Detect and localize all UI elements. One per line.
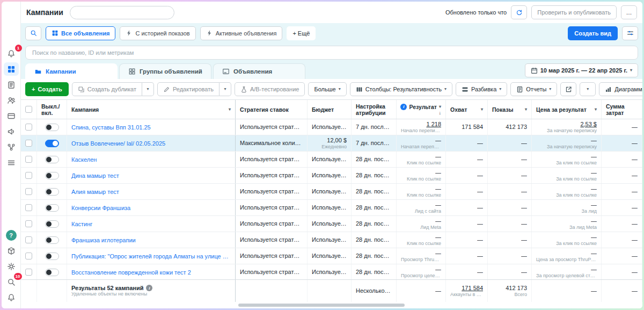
campaign-link[interactable]: Публикация: "Опрос жителей города Алматы… (71, 253, 231, 259)
date-range-picker[interactable]: 10 мар 2025 г. — 22 апр 2025 г. ▾ (525, 63, 638, 77)
row-checkbox[interactable] (25, 156, 32, 163)
campaign-name-cell: Публикация: "Опрос жителей города Алматы… (67, 248, 236, 264)
row-checkbox[interactable] (25, 172, 32, 179)
row-checkbox[interactable] (25, 236, 32, 243)
edit-dropdown-button[interactable]: ▾ (219, 82, 231, 96)
horizontal-scrollbar[interactable] (21, 302, 642, 308)
campaign-toggle[interactable] (45, 188, 59, 196)
breakdown-button[interactable]: Разбивка ▾ (456, 82, 507, 96)
campaign-toggle[interactable] (45, 124, 59, 131)
budget-cell: Используется ... (308, 248, 352, 264)
campaign-link[interactable]: Спина, суставы Впп 31.01.25 (71, 124, 231, 131)
tab-ads[interactable]: Объявления (213, 63, 305, 79)
more-views-button[interactable]: + Ещё (287, 26, 316, 40)
campaign-link[interactable]: Дина мамыр тест (71, 172, 231, 179)
row-checkbox-cell (21, 168, 37, 183)
view-tab-all-ads[interactable]: Все объявления (46, 26, 115, 40)
row-checkbox[interactable] (25, 220, 32, 227)
export-button[interactable] (560, 82, 576, 96)
footer-result: — (397, 280, 446, 302)
box-icon[interactable] (4, 244, 19, 257)
campaign-link[interactable]: Отзыв Вовлечение/ lal/ 02.05.2025 (71, 140, 231, 147)
create-view-button[interactable]: Создать вид (568, 26, 618, 40)
row-toggle-cell (37, 216, 67, 232)
header-campaign[interactable]: Кампания ▾ (67, 100, 236, 119)
export-dropdown-button[interactable]: ▾ (580, 82, 596, 96)
create-button[interactable]: + Создать (25, 82, 69, 96)
search-row (21, 43, 642, 63)
connections-icon[interactable] (4, 140, 19, 154)
campaign-toggle[interactable] (45, 253, 59, 260)
campaign-toggle[interactable] (45, 236, 59, 244)
campaign-link[interactable]: Восстановление поврежденной кожи тест 2 (71, 269, 231, 276)
campaign-link[interactable]: Франшиза иглотерапии (71, 237, 231, 243)
header-result[interactable]: i Результат ▾ ↓ (397, 100, 446, 119)
all-tools-icon[interactable] (4, 156, 19, 169)
campaigns-nav-icon[interactable] (4, 62, 19, 76)
views-search-button[interactable] (25, 26, 41, 40)
edit-button[interactable]: Редактировать (157, 82, 219, 96)
bell-icon[interactable] (4, 291, 19, 304)
charts-button[interactable]: Диаграммы (599, 82, 642, 96)
reporting-icon[interactable] (4, 78, 19, 91)
duplicate-dropdown-button[interactable]: ▾ (142, 82, 154, 96)
select-all-checkbox[interactable] (25, 106, 32, 113)
more-actions-button[interactable]: Больше ▾ (308, 82, 346, 96)
header-cost[interactable]: Цена за результат ▾ (532, 100, 602, 119)
duplicate-button[interactable]: Создать дубликат (72, 82, 142, 96)
reach-cell: — (446, 200, 488, 215)
row-checkbox[interactable] (25, 253, 32, 259)
impressions-cell: — (488, 200, 532, 215)
budget-cell: Используется ... (308, 152, 352, 167)
impressions-cell: — (488, 168, 532, 183)
campaign-link[interactable]: Конверсии Франшиза (71, 205, 231, 211)
search-input[interactable] (25, 46, 638, 60)
view-tab-active[interactable]: Активные объявления (200, 26, 283, 40)
scrollbar-thumb[interactable] (238, 304, 405, 307)
campaign-link[interactable]: Кастинг (71, 221, 231, 227)
reports-button[interactable]: Отчеты ▾ (510, 82, 557, 96)
duplicate-icon (78, 86, 85, 93)
header-reach[interactable]: Охват ▾ (446, 100, 488, 119)
billing-icon[interactable] (4, 109, 19, 122)
refresh-button[interactable] (511, 5, 527, 19)
campaign-toggle[interactable] (45, 220, 59, 228)
help-icon[interactable]: ? (4, 228, 19, 242)
view-settings-button[interactable] (622, 26, 638, 40)
tab-ad-sets[interactable]: Группы объявлений (119, 63, 211, 79)
audiences-icon[interactable] (4, 93, 19, 107)
budget-cell: Используется ... (308, 119, 352, 135)
view-tab-history[interactable]: С историей показов (120, 26, 195, 40)
campaign-toggle[interactable] (45, 204, 59, 212)
impressions-cell: — (488, 216, 532, 232)
row-checkbox[interactable] (25, 140, 32, 147)
ab-test-button[interactable]: A/B-тестирование (235, 82, 305, 96)
notifications-badge: 1 (15, 45, 22, 52)
columns-button[interactable]: Столбцы: Результативность ▾ (350, 82, 452, 96)
topbar-search-input[interactable] (70, 6, 174, 19)
row-checkbox[interactable] (25, 204, 32, 211)
header-impressions[interactable]: Показы ▾ (488, 100, 532, 119)
columns-icon (356, 86, 363, 93)
attribution-cell: 28 дн. после ... (352, 200, 397, 215)
campaign-toggle[interactable] (45, 269, 59, 276)
impressions-cell: — (488, 264, 532, 279)
row-checkbox[interactable] (25, 188, 32, 195)
review-publish-button[interactable]: Проверить и опубликовать (531, 5, 617, 19)
row-toggle-cell (37, 152, 67, 167)
campaign-toggle[interactable] (45, 172, 59, 179)
more-options-button[interactable]: … (621, 5, 637, 19)
row-checkbox[interactable] (25, 269, 32, 276)
row-checkbox[interactable] (25, 124, 32, 131)
campaign-link[interactable]: Каскелен (71, 156, 231, 163)
notifications-icon[interactable]: 1 (4, 47, 19, 60)
campaign-toggle[interactable] (45, 140, 59, 147)
megaphone-icon[interactable] (4, 125, 19, 138)
settings-gear-icon[interactable] (4, 259, 19, 273)
campaign-link[interactable]: Алия мамыр тест (71, 189, 231, 195)
result-cell: — Начатая переписк... (397, 135, 446, 151)
sidebar-search-icon[interactable]: 10 (4, 275, 19, 289)
footer-spend: — (602, 280, 642, 302)
tab-campaigns[interactable]: Кампании (25, 63, 118, 79)
campaign-toggle[interactable] (45, 156, 59, 163)
